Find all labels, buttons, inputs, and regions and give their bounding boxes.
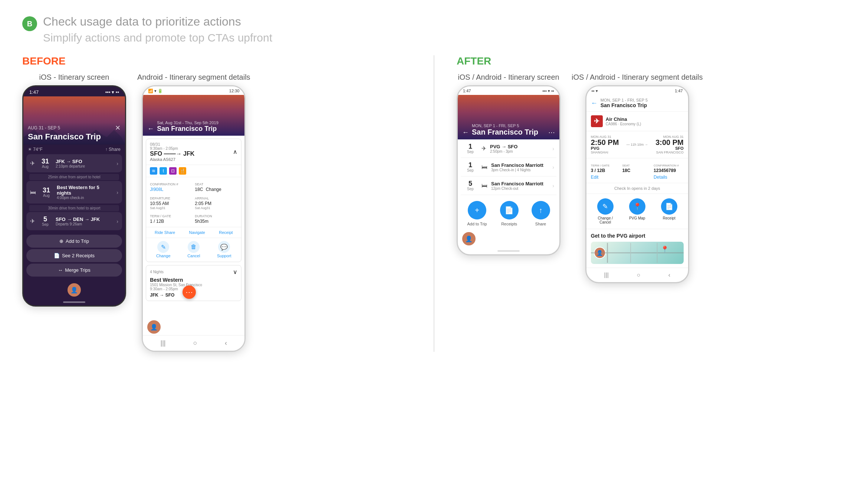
airline-info: ✈ Air China CA986 · Economy (L) bbox=[586, 112, 688, 131]
list-item[interactable]: 1 Sep 🛏 San Francisco Marriott 3pm Check… bbox=[461, 158, 556, 176]
receipt-cta[interactable]: 📄 Receipt bbox=[661, 198, 677, 224]
ios-before-itinerary: ✈ 31 Aug JFK → SFO 2:10pm departure › bbox=[23, 154, 125, 230]
share-icon: ↑ bbox=[532, 201, 550, 219]
merge-trips-button[interactable]: ↔ Merge Trips bbox=[26, 264, 122, 277]
bottom-nav-icon-3[interactable]: ‹ bbox=[668, 272, 670, 278]
item-date: 5 Sep bbox=[463, 180, 478, 191]
dep-city: PVG bbox=[591, 146, 624, 151]
navigate-link[interactable]: Navigate bbox=[189, 230, 205, 235]
ios-before-time: 1:47 bbox=[29, 89, 39, 95]
seg-nav-title: San Francisco Trip bbox=[601, 102, 648, 108]
change-cancel-cta[interactable]: ✎ Change /Cancel bbox=[597, 198, 614, 224]
receipt-link[interactable]: Receipt bbox=[219, 230, 233, 235]
close-icon[interactable]: ✕ bbox=[115, 124, 121, 132]
android-after-bottom-nav: ||| ○ ‹ bbox=[586, 268, 688, 282]
seat-label-after: SEAT bbox=[622, 164, 629, 167]
change-link[interactable]: Change bbox=[206, 187, 221, 192]
android-before-phone: 📶 ▾ 🔋 12:30 ← Sat, Aug 31st - Thu, Sep 5… bbox=[142, 85, 246, 352]
pvg-map-cta[interactable]: 📍 PVG Map bbox=[629, 198, 645, 224]
seg-amenities: ≋ t ⊡ 🍴 bbox=[146, 165, 241, 177]
android-after-wrapper: iOS / Android - Itinerary segment detail… bbox=[572, 73, 703, 283]
seat-val: 18C Change bbox=[195, 187, 237, 192]
item-info: SFO → DEN → JFK Departs 9:26am bbox=[56, 217, 113, 226]
dep-time: 2:50 PM bbox=[591, 139, 624, 146]
before-screen-row: iOS - Itinerary screen 1:47 ▪▪▪ ▾ ▪▪ bbox=[22, 73, 411, 352]
header-title: Check usage data to prioritize actions bbox=[43, 15, 272, 29]
ios-after-phone: 1:47 ▪▪▪ ▾ ▪▪ ← MON, SEP 1 - FRI, SEP 5 … bbox=[457, 85, 560, 255]
header-date: Sat, Aug 31st - Thu, Sep 5th 2019 bbox=[157, 120, 218, 125]
bottom-nav-icon-2[interactable]: ○ bbox=[637, 272, 640, 278]
expand-icon[interactable]: ∨ bbox=[233, 268, 237, 275]
seg-date: 08/31 bbox=[150, 142, 194, 146]
drive-label: 30min drive from hotel to airport bbox=[29, 205, 119, 211]
airline-sub: CA986 · Economy (L) bbox=[606, 122, 641, 126]
departure-side: MON AUG 31 2:50 PM PVG SHANGHAI bbox=[591, 135, 624, 154]
share-cta[interactable]: ↑ Share bbox=[532, 201, 550, 226]
change-cta[interactable]: ✎ Change bbox=[156, 241, 171, 258]
ride-share-link[interactable]: Ride Share bbox=[155, 230, 175, 235]
edit-link[interactable]: Edit bbox=[591, 175, 621, 180]
hotel-icon: 🛏 bbox=[481, 182, 487, 189]
receipts-icon: 📄 bbox=[500, 201, 519, 219]
after-itinerary: 1 Sep ✈ PVG → SFO 2:50pm - 3pm › bbox=[458, 139, 559, 195]
list-item[interactable]: 1 Sep ✈ PVG → SFO 2:50pm - 3pm › bbox=[461, 139, 556, 158]
section-divider bbox=[434, 55, 434, 352]
ios-before-icons: ▪▪▪ ▾ ▪▪ bbox=[105, 89, 119, 95]
nav-bar-icon-1[interactable]: ||| bbox=[160, 339, 165, 347]
ios-after-back-icon[interactable]: ← bbox=[462, 129, 469, 136]
twitter-icon: t bbox=[160, 167, 167, 175]
seg-nav-text: MON, SEP 1 - FRI, SEP 5 San Francisco Tr… bbox=[601, 98, 648, 108]
merge-icon: ↔ bbox=[58, 267, 63, 273]
flight-duration: — 11h 10m → bbox=[627, 143, 648, 146]
share-label: Share bbox=[535, 222, 546, 226]
list-item[interactable]: ✈ 5 Sep SFO → DEN → JFK Departs 9:26am › bbox=[26, 212, 122, 230]
hotel-addr: 1501 Mission St, San Francisco bbox=[150, 283, 237, 287]
cancel-icon: 🗑 bbox=[188, 241, 200, 253]
list-item[interactable]: 🛏 31 Aug Best Western for 5 nights 4:00p… bbox=[26, 181, 122, 204]
add-to-trip-button[interactable]: ⊕ Add to Trip bbox=[26, 235, 122, 248]
list-item[interactable]: ✈ 31 Aug JFK → SFO 2:10pm departure › bbox=[26, 154, 122, 172]
expand-icon[interactable]: ∧ bbox=[233, 148, 237, 155]
change-icon: ✎ bbox=[157, 241, 169, 253]
confirmation-field: Confirmation # JI908L bbox=[150, 180, 193, 192]
dots-menu-icon[interactable]: ⋯ bbox=[548, 128, 555, 136]
back-arrow-icon[interactable]: ← bbox=[147, 125, 154, 133]
list-item[interactable]: 5 Sep 🛏 San Francisco Marriott 12pm Chec… bbox=[461, 176, 556, 195]
conf-val: JI908L bbox=[150, 187, 193, 192]
receipt-label: Receipt bbox=[663, 216, 675, 220]
ios-after-dates: MON, SEP 1 - FRI, SEP 5 bbox=[472, 123, 548, 128]
bottom-nav-icon-1[interactable]: ||| bbox=[604, 272, 609, 278]
support-cta[interactable]: 💬 Support bbox=[217, 241, 231, 258]
checkin-bar: Check In opens in 2 days bbox=[586, 183, 688, 194]
chevron-icon: › bbox=[552, 146, 554, 152]
before-label: BEFORE bbox=[22, 55, 411, 67]
segment-card: 08/31 9:30am - 2:05pm SFO ——→ JFK Alaska… bbox=[146, 139, 241, 262]
nav-bar-icon-2[interactable]: ○ bbox=[193, 339, 197, 347]
seg-after-ctas: ✎ Change /Cancel 📍 PVG Map 📄 Receipt bbox=[586, 194, 688, 229]
ios-before-status-bar: 1:47 ▪▪▪ ▾ ▪▪ bbox=[23, 86, 125, 96]
receipts-cta[interactable]: 📄 Receipts bbox=[500, 201, 519, 226]
add-to-trip-cta[interactable]: + Add to Trip bbox=[467, 201, 487, 226]
seg-details: Confirmation # JI908L Seat 18C Change bbox=[146, 177, 241, 227]
hotel-name: Best Western bbox=[150, 277, 237, 283]
pvg-map-icon: 📍 bbox=[629, 198, 645, 215]
home-indicator bbox=[458, 248, 559, 254]
cancel-cta[interactable]: 🗑 Cancel bbox=[187, 241, 200, 258]
nav-bar-icon-3[interactable]: ‹ bbox=[225, 339, 227, 347]
avatar: 👤 bbox=[68, 283, 81, 297]
see-receipts-button[interactable]: 📄 See 2 Receipts bbox=[26, 249, 122, 262]
dep-date: Sat Aug31 bbox=[150, 206, 193, 210]
details-link[interactable]: Details bbox=[654, 175, 684, 180]
item-date: 31 Aug bbox=[40, 187, 53, 198]
details-link-field: Details bbox=[654, 175, 684, 180]
android-before-wrapper: Android - Itinerary segment details 📶 ▾ … bbox=[137, 73, 250, 352]
map-pin-icon: 📍 bbox=[661, 245, 669, 254]
seg-nav-date: MON, SEP 1 - FRI, SEP 5 bbox=[601, 98, 648, 102]
seat-field-after: SEAT 18C bbox=[622, 161, 652, 173]
get-to-section: Get to the PVG airport 👤 bbox=[586, 229, 688, 268]
home-bar bbox=[63, 301, 85, 303]
seg-back-icon[interactable]: ← bbox=[591, 99, 598, 107]
chevron-icon: › bbox=[116, 161, 118, 166]
conf-label: Confirmation # bbox=[150, 182, 178, 186]
get-to-title: Get to the PVG airport bbox=[591, 233, 684, 239]
